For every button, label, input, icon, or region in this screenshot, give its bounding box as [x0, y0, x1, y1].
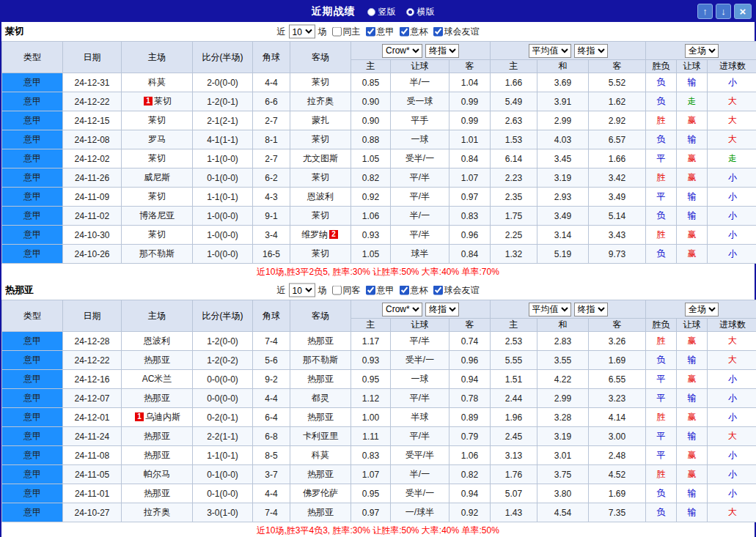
league-cell: 意甲 — [2, 484, 63, 503]
move-up-button[interactable]: ↑ — [697, 4, 713, 19]
corners-cell: 5-6 — [253, 351, 290, 370]
euro-draw-odds: 3.91 — [537, 92, 589, 111]
checkbox-label: 意甲 — [377, 284, 394, 297]
asian-handicap: 半球 — [391, 408, 449, 427]
sub-col-header: 和 — [537, 319, 589, 332]
checkbox-label: 意杯 — [411, 26, 428, 38]
asian-away-odds: 0.99 — [449, 111, 491, 130]
away-team-cell: 莱切 — [290, 73, 351, 92]
asian-away-odds: 1.06 — [449, 446, 491, 465]
match-count-select[interactable]: 10 — [289, 25, 315, 39]
outcome-result-cell: 负 — [646, 484, 677, 503]
sub-col-header: 主 — [491, 319, 537, 332]
scope-select[interactable]: 全场 — [685, 303, 719, 316]
checkbox-input[interactable] — [400, 27, 409, 37]
euro-draw-odds: 4.03 — [537, 130, 589, 149]
titlebar-center: 近期战绩 竖版横版 — [312, 5, 445, 18]
filter-checkbox-2[interactable]: 意杯 — [400, 26, 428, 38]
layout-radio-vertical[interactable]: 竖版 — [367, 6, 396, 18]
away-team-cell: 那不勒斯 — [290, 351, 351, 370]
handicap-result-cell: 赢 — [677, 226, 708, 245]
sub-col-header: 客 — [589, 60, 646, 73]
filter-suffix-label: 场 — [318, 26, 327, 38]
home-team-cell: AC米兰 — [122, 370, 193, 389]
outcome-result-cell: 负 — [646, 351, 677, 370]
league-cell: 意甲 — [2, 351, 63, 370]
close-button[interactable]: × — [734, 4, 752, 19]
score-cell: 1-0(0-0) — [193, 226, 253, 245]
filter-checkbox-2[interactable]: 意杯 — [400, 284, 428, 297]
bookmaker-select[interactable]: Crow* — [382, 303, 422, 316]
filter-controls: 近10场同客意甲意杯球会友谊 — [277, 284, 480, 297]
col-header: 客场 — [290, 300, 351, 332]
goals-result-cell: 大 — [708, 427, 756, 446]
euro-away-odds: 6.55 — [589, 370, 646, 389]
euro-draw-odds: 4.54 — [537, 503, 589, 522]
checkbox-input[interactable] — [366, 27, 375, 37]
euro-away-odds: 1.69 — [589, 351, 646, 370]
euro-away-odds: 3.42 — [589, 168, 646, 188]
checkbox-input[interactable] — [433, 286, 443, 295]
euro-final-select[interactable]: 终指 — [574, 303, 608, 316]
summary-line: 近10场,胜3平4负3, 胜率:30% 让胜率:50% 大率:40% 单率:50… — [1, 522, 755, 537]
match-row: 意甲24-11-24热那亚2-2(1-1)6-8卡利亚里1.11平/半0.792… — [2, 427, 756, 446]
euro-draw-odds: 3.75 — [537, 465, 589, 484]
scope-group: 全场 — [646, 42, 756, 60]
home-team-cell: 1乌迪内斯 — [122, 408, 193, 427]
euro-odds-group: 平均值终指 — [491, 42, 646, 60]
radio-label: 竖版 — [378, 6, 396, 18]
asian-handicap: 受一球 — [391, 92, 449, 111]
corners-cell: 4-4 — [253, 73, 290, 92]
home-team-cell: 1莱切 — [122, 92, 193, 111]
col-header: 比分(半场) — [193, 300, 253, 332]
goals-result-cell: 走 — [708, 149, 756, 168]
euro-avg-select[interactable]: 平均值 — [529, 303, 571, 316]
euro-final-select[interactable]: 终指 — [574, 44, 608, 58]
layout-radio-horizontal[interactable]: 横版 — [406, 6, 435, 18]
corners-cell: 4-3 — [253, 188, 290, 207]
sub-col-header: 主 — [351, 319, 391, 332]
league-cell: 意甲 — [2, 111, 63, 130]
euro-draw-odds: 2.99 — [537, 111, 589, 130]
asian-away-odds: 0.94 — [449, 484, 491, 503]
home-team-cell: 恩波利 — [122, 332, 193, 351]
league-cell: 意甲 — [2, 503, 63, 522]
filter-checkbox-3[interactable]: 球会友谊 — [433, 284, 480, 297]
filter-checkbox-0[interactable]: 同主 — [332, 26, 361, 38]
asian-final-select[interactable]: 终指 — [425, 44, 459, 58]
euro-avg-select[interactable]: 平均值 — [529, 44, 571, 58]
match-count-select[interactable]: 10 — [289, 284, 315, 297]
filter-checkbox-3[interactable]: 球会友谊 — [433, 26, 480, 38]
euro-odds-group: 平均值终指 — [491, 300, 646, 319]
asian-home-odds: 1.05 — [351, 149, 391, 168]
asian-final-select[interactable]: 终指 — [425, 303, 459, 316]
outcome-result-cell: 平 — [646, 427, 677, 446]
scope-select[interactable]: 全场 — [685, 44, 719, 58]
checkbox-input[interactable] — [400, 286, 409, 295]
sub-col-header: 和 — [537, 60, 589, 73]
filter-checkbox-1[interactable]: 意甲 — [366, 26, 394, 38]
filter-checkbox-0[interactable]: 同客 — [332, 284, 361, 297]
checkbox-input[interactable] — [366, 286, 375, 295]
filter-checkbox-1[interactable]: 意甲 — [366, 284, 394, 297]
col-header: 类型 — [2, 42, 63, 73]
asian-away-odds: 0.74 — [449, 332, 491, 351]
match-row: 意甲24-12-31科莫2-0(0-0)4-4莱切0.85半/一1.041.66… — [2, 73, 756, 92]
checkbox-input[interactable] — [433, 27, 443, 37]
checkbox-input[interactable] — [332, 286, 342, 295]
corners-cell: 6-2 — [253, 168, 290, 188]
sub-col-header: 让球 — [391, 319, 449, 332]
match-row: 意甲24-11-09莱切1-1(0-1)4-3恩波利0.92平/半0.972.3… — [2, 188, 756, 207]
league-cell: 意甲 — [2, 130, 63, 149]
bookmaker-select[interactable]: Crow* — [382, 44, 422, 58]
asian-home-odds: 1.12 — [351, 389, 391, 408]
euro-home-odds: 2.25 — [491, 226, 537, 245]
checkbox-input[interactable] — [332, 27, 342, 37]
move-down-button[interactable]: ↓ — [716, 4, 731, 19]
euro-draw-odds: 3.69 — [537, 73, 589, 92]
euro-draw-odds: 2.93 — [537, 188, 589, 207]
handicap-result-cell: 输 — [677, 188, 708, 207]
results-table: 类型日期主场比分(半场)角球客场Crow*终指平均值终指全场主让球客主和客胜负让… — [1, 300, 756, 522]
home-team-cell: 莱切 — [122, 226, 193, 245]
euro-home-odds: 2.44 — [491, 389, 537, 408]
